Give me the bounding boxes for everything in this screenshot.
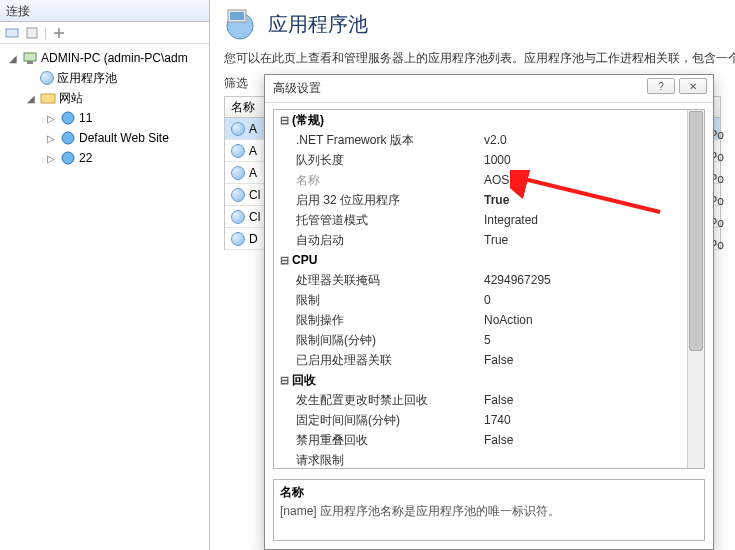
tree-label: Default Web Site bbox=[79, 131, 169, 145]
propgrid-scrollbar[interactable] bbox=[687, 110, 704, 468]
help-title: 名称 bbox=[280, 484, 698, 501]
property-row[interactable]: 限制间隔(分钟)5 bbox=[274, 330, 704, 350]
svg-point-5 bbox=[62, 112, 74, 124]
property-row[interactable]: 处理器关联掩码4294967295 bbox=[274, 270, 704, 290]
close-button[interactable]: ✕ bbox=[679, 78, 707, 94]
expander-open-icon[interactable]: ◢ bbox=[6, 52, 19, 65]
property-label: 限制间隔(分钟) bbox=[292, 332, 478, 349]
pool-icon bbox=[231, 144, 245, 158]
property-value[interactable]: NoAction bbox=[478, 313, 704, 327]
property-value[interactable]: AOS bbox=[478, 173, 704, 187]
globe-icon bbox=[60, 130, 76, 146]
property-value[interactable]: Integrated bbox=[478, 213, 704, 227]
property-row[interactable]: 发生配置更改时禁止回收False bbox=[274, 390, 704, 410]
property-row[interactable]: 固定时间间隔(分钟)1740 bbox=[274, 410, 704, 430]
property-row[interactable]: 托管管道模式Integrated bbox=[274, 210, 704, 230]
property-label: 限制操作 bbox=[292, 312, 478, 329]
property-label: 名称 bbox=[292, 172, 478, 189]
category-expander-icon[interactable]: ⊟ bbox=[276, 254, 292, 267]
row-label: Cl bbox=[249, 188, 260, 202]
expander-closed-icon[interactable]: ▷ bbox=[44, 132, 57, 145]
property-value[interactable]: 1000 bbox=[478, 153, 704, 167]
property-row[interactable]: 自动启动True bbox=[274, 230, 704, 250]
tree-label: 11 bbox=[79, 111, 92, 125]
svg-rect-1 bbox=[27, 28, 37, 38]
connections-header: 连接 bbox=[0, 0, 209, 22]
property-label: 处理器关联掩码 bbox=[292, 272, 478, 289]
row-label: A bbox=[249, 166, 257, 180]
property-row[interactable]: 请求限制 bbox=[274, 450, 704, 468]
separator: | bbox=[44, 26, 47, 40]
property-row[interactable]: 限制操作NoAction bbox=[274, 310, 704, 330]
svg-rect-3 bbox=[27, 61, 33, 64]
help-button[interactable]: ? bbox=[647, 78, 675, 94]
svg-point-7 bbox=[62, 152, 74, 164]
page-description: 您可以在此页上查看和管理服务器上的应用程序池列表。应用程序池与工作进程相关联，包… bbox=[210, 50, 735, 75]
tree-site-item[interactable]: ▷ Default Web Site bbox=[2, 128, 207, 148]
property-row[interactable]: .NET Framework 版本v2.0 bbox=[274, 130, 704, 150]
svg-rect-2 bbox=[24, 53, 36, 61]
property-value[interactable]: 4294967295 bbox=[478, 273, 704, 287]
tree-app-pools[interactable]: 应用程序池 bbox=[2, 68, 207, 88]
help-text: [name] 应用程序池名称是应用程序池的唯一标识符。 bbox=[280, 503, 698, 520]
tree-site-item[interactable]: ▷ 22 bbox=[2, 148, 207, 168]
svg-point-6 bbox=[62, 132, 74, 144]
row-label: D bbox=[249, 232, 258, 246]
expander-closed-icon[interactable]: ▷ bbox=[44, 152, 57, 165]
page-title: 应用程序池 bbox=[268, 11, 368, 38]
toolbar-icon[interactable] bbox=[24, 25, 40, 41]
page-header: 应用程序池 bbox=[210, 0, 735, 50]
pool-icon bbox=[231, 188, 245, 202]
property-value[interactable]: True bbox=[478, 233, 704, 247]
property-row[interactable]: 禁用重叠回收False bbox=[274, 430, 704, 450]
property-value[interactable]: False bbox=[478, 433, 704, 447]
globe-icon bbox=[60, 150, 76, 166]
tree-label: 22 bbox=[79, 151, 92, 165]
svg-rect-0 bbox=[6, 29, 18, 37]
property-category[interactable]: ⊟回收 bbox=[274, 370, 704, 390]
property-value[interactable]: False bbox=[478, 393, 704, 407]
property-category[interactable]: ⊟(常规) bbox=[274, 110, 704, 130]
expander-closed-icon[interactable]: ▷ bbox=[44, 112, 57, 125]
property-value[interactable]: 0 bbox=[478, 293, 704, 307]
property-label: 已启用处理器关联 bbox=[292, 352, 478, 369]
toolbar-icon[interactable] bbox=[51, 25, 67, 41]
property-row[interactable]: 队列长度1000 bbox=[274, 150, 704, 170]
app-pools-icon bbox=[40, 71, 54, 85]
pool-icon bbox=[231, 210, 245, 224]
property-value[interactable]: False bbox=[478, 353, 704, 367]
property-label: .NET Framework 版本 bbox=[292, 132, 478, 149]
property-value[interactable]: True bbox=[478, 193, 704, 207]
property-label: 发生配置更改时禁止回收 bbox=[292, 392, 478, 409]
tree-label: 网站 bbox=[59, 90, 83, 107]
property-row[interactable]: 已启用处理器关联False bbox=[274, 350, 704, 370]
category-expander-icon[interactable]: ⊟ bbox=[276, 374, 292, 387]
property-row[interactable]: 限制0 bbox=[274, 290, 704, 310]
property-value[interactable]: 5 bbox=[478, 333, 704, 347]
tree-label: ADMIN-PC (admin-PC\adm bbox=[41, 51, 188, 65]
dialog-title: 高级设置 bbox=[273, 80, 321, 97]
pool-icon bbox=[231, 232, 245, 246]
property-row[interactable]: 名称AOS bbox=[274, 170, 704, 190]
property-row[interactable]: 启用 32 位应用程序True bbox=[274, 190, 704, 210]
globe-icon bbox=[60, 110, 76, 126]
property-label: 请求限制 bbox=[292, 452, 478, 469]
property-value[interactable]: v2.0 bbox=[478, 133, 704, 147]
dialog-titlebar[interactable]: 高级设置 ? ✕ bbox=[265, 75, 713, 103]
category-expander-icon[interactable]: ⊟ bbox=[276, 114, 292, 127]
tree-server[interactable]: ◢ ADMIN-PC (admin-PC\adm bbox=[2, 48, 207, 68]
property-category[interactable]: ⊟CPU bbox=[274, 250, 704, 270]
property-label: 自动启动 bbox=[292, 232, 478, 249]
property-label: 限制 bbox=[292, 292, 478, 309]
pool-icon bbox=[231, 166, 245, 180]
app-pools-large-icon bbox=[222, 6, 258, 42]
property-value[interactable]: 1740 bbox=[478, 413, 704, 427]
tree-site-item[interactable]: ▷ 11 bbox=[2, 108, 207, 128]
spacer bbox=[24, 72, 37, 85]
expander-open-icon[interactable]: ◢ bbox=[24, 92, 37, 105]
property-grid: ⊟(常规).NET Framework 版本v2.0队列长度1000名称AOS启… bbox=[273, 109, 705, 469]
row-label: A bbox=[249, 144, 257, 158]
toolbar-icon[interactable] bbox=[4, 25, 20, 41]
svg-rect-10 bbox=[230, 12, 244, 20]
tree-sites[interactable]: ◢ 网站 bbox=[2, 88, 207, 108]
